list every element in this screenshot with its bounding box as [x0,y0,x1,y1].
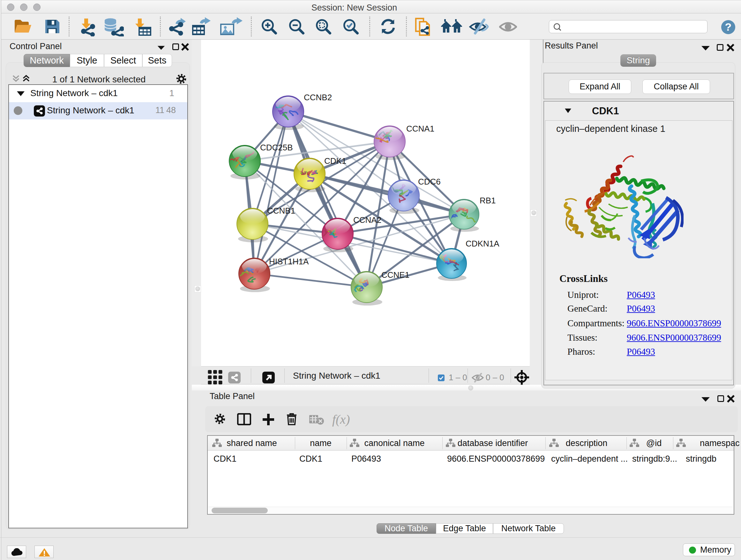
svg-text:CDC25B: CDC25B [260,143,293,152]
svg-text:CDC6: CDC6 [418,177,441,186]
svg-text:CDKN1A: CDKN1A [466,239,499,248]
svg-text:CCNB2: CCNB2 [304,92,332,102]
svg-text:RB1: RB1 [480,196,496,205]
svg-text:?: ? [725,21,732,33]
svg-text:CDK1: CDK1 [324,156,346,166]
svg-text:CCNB1: CCNB1 [267,206,295,215]
svg-text:HIST1H1A: HIST1H1A [269,257,309,266]
svg-text:CCNA2: CCNA2 [353,215,381,225]
svg-text:CCNA1: CCNA1 [406,124,434,133]
svg-text:CCNE1: CCNE1 [381,270,409,280]
